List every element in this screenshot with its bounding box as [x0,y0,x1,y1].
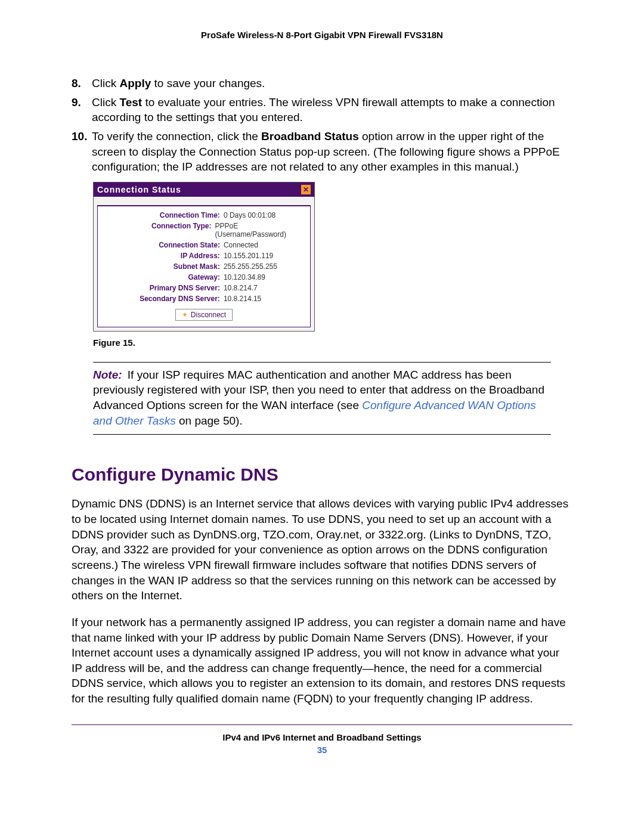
value: 10.8.214.7 [224,284,258,292]
close-icon[interactable]: ✕ [301,185,311,194]
step-9: 9. Click Test to evaluate your entries. … [72,95,572,125]
value: 10.155.201.119 [224,252,273,260]
numbered-steps: 8. Click Apply to save your changes. 9. … [72,76,572,175]
label: Connection State: [104,241,224,249]
text: to save your changes. [151,77,265,89]
row-conn-type: Connection Type: PPPoE (Username/Passwor… [98,221,310,240]
footer-rule [72,724,572,725]
step-number: 9. [72,95,92,125]
popup-section: Connection Time: 0 Days 00:01:08 Connect… [97,206,311,327]
value: 10.8.214.15 [224,295,261,303]
row-ip: IP Address: 10.155.201.119 [98,250,310,261]
row-conn-state: Connection State: Connected [98,240,310,250]
label: Secondary DNS Server: [104,295,224,303]
step-10: 10. To verify the connection, click the … [72,129,572,175]
step-number: 8. [72,76,92,91]
label: Primary DNS Server: [104,284,224,292]
note-text-after: on page 50). [179,414,243,427]
row-dns-primary: Primary DNS Server: 10.8.214.7 [98,283,310,293]
connection-status-popup: Connection Status ✕ Connection Time: 0 D… [93,182,315,332]
step-8: 8. Click Apply to save your changes. [72,76,572,91]
footer-section-title: IPv4 and IPv6 Internet and Broadband Set… [72,732,572,742]
test-bold: Test [119,96,142,109]
text: To verify the connection, click the [92,130,261,143]
note-block: Note: If your ISP requires MAC authentic… [93,362,551,435]
note-label: Note: [93,368,122,381]
broadband-status-bold: Broadband Status [261,130,359,143]
label: Subnet Mask: [104,262,224,271]
row-dns-secondary: Secondary DNS Server: 10.8.214.15 [98,293,310,304]
step-text: Click Test to evaluate your entries. The… [92,95,572,125]
text: Click [92,77,119,89]
label: IP Address: [104,252,224,260]
page-number: 35 [72,745,572,755]
row-gateway: Gateway: 10.120.34.89 [98,272,310,283]
row-conn-time: Connection Time: 0 Days 00:01:08 [98,210,310,221]
label: Gateway: [104,273,224,281]
step-text: To verify the connection, click the Broa… [92,129,572,175]
label: Connection Time: [104,211,224,219]
figure-caption: Figure 15. [93,337,572,348]
step-number: 10. [72,129,92,175]
page: ProSafe Wireless-N 8-Port Gigabit VPN Fi… [0,0,644,833]
disconnect-label: Disconnect [191,311,226,319]
popup-titlebar: Connection Status ✕ [94,182,314,197]
row-subnet: Subnet Mask: 255.255.255.255 [98,261,310,272]
apply-bold: Apply [119,77,151,89]
disconnect-button[interactable]: ✦ Disconnect [175,309,233,321]
label: Connection Type: [104,222,215,239]
button-row: ✦ Disconnect [98,309,310,321]
value: 10.120.34.89 [224,273,265,281]
popup-body: Connection Time: 0 Days 00:01:08 Connect… [94,197,314,331]
paragraph-1: Dynamic DNS (DDNS) is an Internet servic… [72,496,572,603]
step-text: Click Apply to save your changes. [92,76,572,91]
text: to evaluate your entries. The wireless V… [92,96,555,124]
value: 255.255.255.255 [224,262,277,271]
disconnect-icon: ✦ [182,311,188,319]
document-title: ProSafe Wireless-N 8-Port Gigabit VPN Fi… [72,30,572,40]
section-heading: Configure Dynamic DNS [72,465,572,485]
value: Connected [224,241,258,249]
popup-title: Connection Status [97,185,181,194]
value: 0 Days 00:01:08 [224,211,275,219]
paragraph-2: If your network has a permanently assign… [72,615,572,707]
text: Click [92,96,119,109]
value: PPPoE (Username/Password) [215,222,304,239]
